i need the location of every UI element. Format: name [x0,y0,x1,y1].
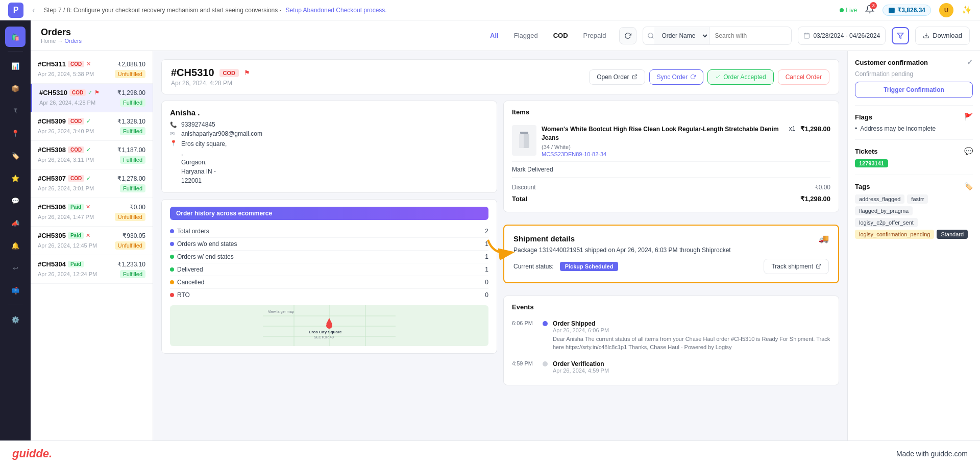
refresh-button[interactable] [619,27,636,44]
dot-icon [170,242,174,246]
filter-button[interactable] [892,27,909,44]
sidebar: 🛍️ 📊 📦 ₹ 📍 🏷️ ⭐ 💬 📣 🔔 ↩ 📫 ⚙️ [0,20,31,440]
order-accepted-button[interactable]: Order Accepted [707,69,773,85]
item-quantity: x1 [789,125,796,132]
event-dot [543,321,548,326]
list-item[interactable]: #CH5304 Paid ₹1,233.10 Apr 26, 2024, 12:… [31,255,153,284]
svg-rect-25 [519,134,524,148]
order-date: Apr 26, 2024, 3:01 PM [38,185,94,191]
history-row: Delivered 1 [170,263,488,276]
customer-name: Anisha . [170,108,488,117]
tickets-title: Tickets 💬 [855,147,973,155]
order-detail-id: #CH5310 [171,67,214,79]
collapse-button[interactable]: ‹ [28,4,40,16]
list-item[interactable]: #CH5308 COD ✓ ₹1,187.00 Apr 26, 2024, 3:… [31,141,153,169]
list-item[interactable]: #CH5310 COD ✓ ⚑ ₹1,298.00 Apr 26, 2024, … [31,84,153,112]
tab-flagged[interactable]: Flagged [507,29,545,42]
trigger-confirmation-button[interactable]: Trigger Confirmation [855,82,973,98]
mark-delivered-button[interactable]: Mark Delivered [512,166,553,173]
date-range-picker[interactable]: 03/28/2024 - 04/26/2024 [798,27,886,45]
tag[interactable]: logisy_c2p_offer_sent [855,218,918,227]
history-label-text: Orders w/ end states [177,253,234,260]
mark-delivered-row: Mark Delivered [512,161,830,177]
tag[interactable]: fastrr [907,194,928,204]
order-badge-cod: COD [68,118,84,125]
detail-cod-badge: COD [219,69,239,77]
item-name: Women's White Bootcut High Rise Clean Lo… [542,125,780,142]
order-id: #CH5307 [38,175,66,182]
sidebar-item-return[interactable]: ↩ [5,258,26,278]
check-icon: ✓ [88,89,92,96]
list-item[interactable]: #CH5307 COD ✓ ₹1,278.00 Apr 26, 2024, 3:… [31,169,153,198]
order-status: Fulfilled [120,127,145,135]
list-item[interactable]: #CH5309 COD ✓ ₹1,328.10 Apr 26, 2024, 3:… [31,112,153,141]
download-button[interactable]: Download [915,27,970,45]
tag[interactable]: flagged_by_pragma [855,206,913,215]
totals-section: Discount ₹0.00 Total ₹1,298.00 [512,177,830,205]
total-label: Total [512,195,527,203]
sidebar-divider-2 [8,305,23,305]
tags-section: Tags 🏷️ address_flagged fastrr flagged_b… [855,182,973,239]
list-item[interactable]: #CH5311 COD ✕ ₹2,088.10 Apr 26, 2024, 5:… [31,55,153,84]
order-detail-date: Apr 26, 2024, 4:28 PM [171,80,250,87]
event-date: Apr 26, 2024, 4:59 PM [553,367,830,374]
sidebar-item-bell[interactable]: 🔔 [5,235,26,256]
sidebar-item-orders[interactable]: 🛍️ [5,27,26,47]
order-date: Apr 26, 2024, 5:38 PM [38,71,94,77]
order-badge-cod: COD [68,146,84,153]
map-view[interactable]: View larger map Eros City Square SECTOR … [170,305,488,346]
open-order-button[interactable]: Open Order [589,69,645,85]
dot-icon [170,280,174,284]
order-detail-header: #CH5310 COD ⚑ Apr 26, 2024, 4:28 PM Open… [161,59,839,94]
order-status: Unfulfilled [115,241,145,250]
sidebar-item-discount[interactable]: 🏷️ [5,145,26,166]
order-id: #CH5308 [38,146,66,154]
tab-all[interactable]: All [483,29,506,42]
flags-section: Flags 🚩 • Address may be incomplete [855,113,973,132]
search-type-select[interactable]: Order Name [654,27,709,44]
search-input[interactable] [709,32,791,39]
tag[interactable]: logisy_confirmation_pending [855,230,934,239]
sidebar-item-location[interactable]: 📍 [5,123,26,143]
history-row: Orders w/ end states 1 [170,251,488,263]
event-dot [543,361,548,366]
sidebar-item-chat[interactable]: 💬 [5,190,26,211]
svg-marker-7 [897,33,903,38]
order-badge-cod: COD [68,61,84,67]
tab-prepaid[interactable]: Prepaid [576,29,614,42]
tab-cod[interactable]: COD [546,29,575,42]
cancel-order-button[interactable]: Cancel Order [778,69,829,85]
sidebar-item-revenue[interactable]: ₹ [5,101,26,121]
order-status: Unfulfilled [115,70,145,78]
order-date: Apr 26, 2024, 4:28 PM [39,100,95,106]
order-badge-cod: COD [68,175,84,182]
shipment-details-wrapper: Shipment details 🚚 Package 1319440021951… [503,225,839,283]
notification-button[interactable]: 3 [865,5,874,15]
orders-title: Orders [41,27,82,38]
list-item[interactable]: #CH5306 Paid ✕ ₹0.00 Apr 26, 2024, 1:47 … [31,198,153,227]
user-avatar[interactable]: U [939,3,953,17]
sidebar-item-megaphone[interactable]: 📣 [5,213,26,233]
check-icon: ✓ [86,118,91,125]
sidebar-item-settings[interactable]: ⚙️ [5,309,26,330]
sidebar-item-box[interactable]: 📫 [5,280,26,301]
tag[interactable]: address_flagged [855,194,904,204]
track-shipment-button[interactable]: Track shipment [764,259,829,274]
sidebar-item-products[interactable]: 📦 [5,78,26,99]
sync-order-button[interactable]: Sync Order [649,69,704,85]
tag[interactable]: Standard [937,230,968,239]
banner-setup-link[interactable]: Setup Abandoned Checkout process. [286,7,387,14]
flag-item: • Address may be incomplete [855,125,973,132]
tags-container: address_flagged fastrr flagged_by_pragma… [855,194,973,239]
theme-toggle[interactable]: ✨ [962,5,972,15]
svg-rect-16 [365,305,366,346]
app-logo[interactable]: P [8,3,23,18]
list-item[interactable]: #CH5305 Paid ✕ ₹930.05 Apr 26, 2024, 12:… [31,227,153,255]
detail-right-column: Items [503,101,839,385]
order-status: Fulfilled [120,184,145,192]
sidebar-item-dashboard[interactable]: 📊 [5,56,26,76]
customer-phone: 9339274845 [181,121,215,128]
sidebar-item-star[interactable]: ⭐ [5,168,26,188]
order-detail: #CH5310 COD ⚑ Apr 26, 2024, 4:28 PM Open… [153,51,847,440]
order-id: #CH5311 [38,60,66,68]
